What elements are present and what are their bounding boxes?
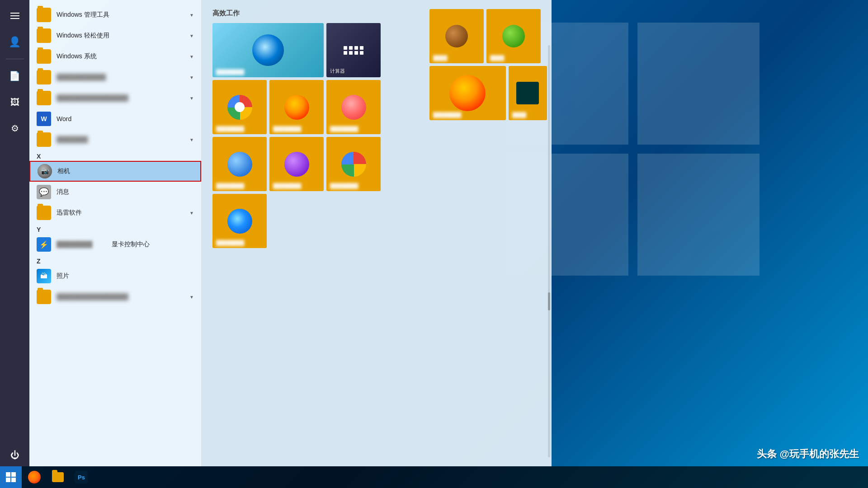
folder-icon-blurred4 <box>37 70 51 84</box>
tile-ie[interactable]: ████████ <box>212 194 267 248</box>
app-name-xunlei: 迅雷软件 <box>57 209 188 217</box>
app-item-blurred-5[interactable]: ████████████████ ▼ <box>29 88 201 108</box>
app-name-gpu-prefix: ████████ <box>57 241 139 248</box>
app-item-blurred-4[interactable]: ███████████ ▼ <box>29 67 201 88</box>
section-x-divider: X <box>29 150 201 161</box>
tr-tile1-label: ████ <box>433 55 447 61</box>
taskbar-item-explorer[interactable] <box>47 467 69 487</box>
app-item-windows-easy[interactable]: Windows 轻松使用 ▼ <box>29 25 201 46</box>
folder-icon-windows-system <box>37 49 51 64</box>
section-y-divider: Y <box>29 223 201 234</box>
expand-arrow-blurred5: ▼ <box>189 96 194 101</box>
tile-blue-sphere[interactable]: ████████ <box>212 137 267 191</box>
tr-tile2[interactable]: ████ <box>486 9 541 63</box>
app-name-blurred6: ███████ <box>57 136 188 143</box>
profile-button[interactable]: 👤 <box>4 31 26 53</box>
app-item-camera[interactable]: 📷 相机 <box>29 161 201 182</box>
app-item-gpu[interactable]: ⚡ ████████ 显卡控制中心 <box>29 234 201 255</box>
gpu-icon: ⚡ <box>37 237 51 252</box>
camera-icon: 📷 <box>38 164 52 178</box>
tiles-panel: 高效工作 ████████ <box>201 0 552 466</box>
message-icon: 💬 <box>37 185 51 199</box>
tile-multi-sphere[interactable]: ████████ <box>326 137 381 191</box>
tile-multi-label: ████████ <box>330 183 358 188</box>
power-button[interactable]: ⏻ <box>4 444 26 466</box>
firefox-taskbar-icon <box>28 471 41 483</box>
explorer-taskbar-icon <box>52 472 64 482</box>
app-item-photos[interactable]: 🏔 照片 <box>29 266 201 286</box>
start-menu-left-bar: 👤 📄 🖼 ⚙ ⏻ <box>0 0 29 466</box>
expand-arrow-blurred6: ▼ <box>189 137 194 142</box>
app-name-windows-system: Windows 系统 <box>57 52 188 61</box>
tile-browser-label: ████████ <box>216 69 244 75</box>
folder-icon-windows-easy <box>37 28 51 43</box>
app-name-blurred5: ████████████████ <box>57 94 188 102</box>
tile-edge2-label: ████████ <box>330 126 358 131</box>
tile-edge2[interactable]: ████████ <box>326 80 381 134</box>
photoshop-taskbar-icon: Ps <box>75 471 88 483</box>
app-item-blurred-z2[interactable]: ████████████████ ▼ <box>29 286 201 307</box>
settings-button[interactable]: ⚙ <box>4 117 26 140</box>
folder-icon-xunlei <box>37 206 51 220</box>
expand-arrow-windows-admin: ▼ <box>189 13 194 18</box>
expand-arrow-blurred-z2: ▼ <box>189 295 194 300</box>
tile-firefox-label: ████████ <box>273 126 301 131</box>
taskbar-items: Ps <box>24 466 92 488</box>
app-name-blurred4: ███████████ <box>57 74 188 81</box>
tile-calc[interactable]: 计算器 <box>326 23 381 77</box>
hamburger-menu-button[interactable] <box>4 5 26 27</box>
app-item-message[interactable]: 💬 消息 <box>29 182 201 202</box>
expand-arrow-windows-easy: ▼ <box>189 33 194 38</box>
taskbar: Ps <box>0 466 868 488</box>
tr-tile-dark[interactable]: ████ <box>509 66 547 120</box>
expand-arrow-windows-system: ▼ <box>189 54 194 59</box>
folder-icon-windows-admin <box>37 8 51 22</box>
word-icon: W <box>37 112 51 126</box>
tr-tile1[interactable]: ████ <box>429 9 484 63</box>
expand-arrow-xunlei: ▼ <box>189 211 194 216</box>
expand-arrow-blurred4: ▼ <box>189 75 194 80</box>
top-right-tiles-area: ████ ████ ████████ <box>429 9 547 120</box>
tiles-row-3: ████████ ████████ ████████ <box>212 137 540 191</box>
app-name-windows-easy: Windows 轻松使用 <box>57 32 188 40</box>
tile-chrome-label: ████████ <box>216 126 244 131</box>
tiles-row-4: ████████ <box>212 194 540 248</box>
tr-tile2-label: ████ <box>490 55 504 61</box>
documents-button[interactable]: 📄 <box>4 65 26 87</box>
app-name-camera: 相机 <box>57 167 193 175</box>
taskbar-item-photoshop[interactable]: Ps <box>71 467 92 487</box>
app-name-photos: 照片 <box>57 272 194 280</box>
tile-calc-label: 计算器 <box>330 68 345 75</box>
tile-browser[interactable]: ████████ <box>212 23 324 77</box>
tile-ie-label: ████████ <box>216 240 244 245</box>
tile-blue-sphere-label: ████████ <box>216 183 244 188</box>
watermark-text: 头条 @玩手机的张先生 <box>757 448 859 460</box>
app-name-blurred-z2: ████████████████ <box>57 293 188 300</box>
windows-logo-icon <box>6 472 16 482</box>
tr-tile-firefox-big-label: ████████ <box>433 112 461 117</box>
start-menu: 👤 📄 🖼 ⚙ ⏻ Windows 管理工具 ▼ Windows 轻松使用 ▼ <box>0 0 552 466</box>
app-name-word: Word <box>57 115 194 122</box>
tile-firefox[interactable]: ████████ <box>269 80 324 134</box>
photos-button[interactable]: 🖼 <box>4 91 26 113</box>
top-right-row-1: ████ ████ <box>429 9 547 63</box>
app-item-windows-system[interactable]: Windows 系统 ▼ <box>29 46 201 67</box>
taskbar-item-firefox[interactable] <box>24 467 45 487</box>
folder-icon-blurred-z2 <box>37 290 51 304</box>
tile-purple-label: ████████ <box>273 183 301 188</box>
photos-icon: 🏔 <box>37 269 51 283</box>
app-item-word[interactable]: W Word <box>29 108 201 129</box>
app-list: Windows 管理工具 ▼ Windows 轻松使用 ▼ Windows 系统… <box>29 0 201 466</box>
tile-purple-sphere[interactable]: ████████ <box>269 137 324 191</box>
section-z-divider: Z <box>29 255 201 266</box>
app-name-windows-admin: Windows 管理工具 <box>57 11 188 19</box>
folder-icon-blurred5 <box>37 91 51 105</box>
tile-chrome[interactable]: ████████ <box>212 80 267 134</box>
app-item-windows-admin[interactable]: Windows 管理工具 ▼ <box>29 5 201 25</box>
folder-icon-blurred6 <box>37 132 51 147</box>
start-button[interactable] <box>0 466 22 488</box>
tr-tile-firefox-big[interactable]: ████████ <box>429 66 506 120</box>
app-item-xunlei[interactable]: 迅雷软件 ▼ <box>29 202 201 223</box>
top-right-row-2: ████████ ████ <box>429 66 547 120</box>
app-item-blurred-6[interactable]: ███████ ▼ <box>29 129 201 150</box>
